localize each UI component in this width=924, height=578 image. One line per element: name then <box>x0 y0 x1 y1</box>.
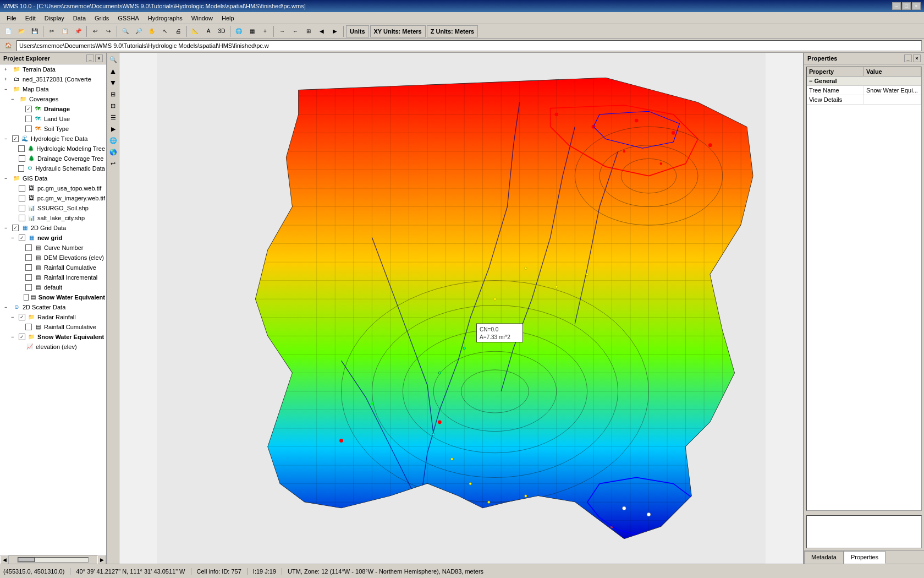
toggle-radar-rainfall[interactable]: − <box>11 313 18 321</box>
tree-2d-grid[interactable]: − ▦ 2D Grid Data <box>0 223 106 233</box>
lt-grid2[interactable]: ⊟ <box>108 100 119 111</box>
tb-plus[interactable]: + <box>259 25 271 37</box>
tb-pan[interactable]: ✋ <box>146 25 158 37</box>
scroll-track[interactable] <box>18 557 89 563</box>
tree-hydraulic[interactable]: ⚙ Hydraulic Schematic Data <box>0 163 106 173</box>
toggle-coverages[interactable]: − <box>11 95 18 103</box>
chk-radar-rainfall[interactable] <box>19 314 25 320</box>
tree-drainage[interactable]: 🗺 Drainage <box>0 104 106 114</box>
menu-edit[interactable]: Edit <box>21 14 40 23</box>
pe-scrollbar-h[interactable]: ◀ ▶ <box>0 555 106 564</box>
tree-hydro-data[interactable]: − 🌊 Hydrologic Tree Data <box>0 134 106 144</box>
tb-addr-icon[interactable]: 🏠 <box>2 40 14 52</box>
tb-new[interactable]: 📄 <box>2 25 14 37</box>
tree-drainage-cov[interactable]: 🌲 Drainage Coverage Tree <box>0 154 106 163</box>
tb-paste[interactable]: 📌 <box>72 25 84 37</box>
lt-cursor[interactable]: ↩ <box>108 158 119 169</box>
toggle-2d-scatter[interactable]: − <box>4 303 11 312</box>
chk-slc[interactable] <box>19 215 25 221</box>
tb-fit[interactable]: ⊞ <box>302 25 315 37</box>
tb-label[interactable]: A <box>202 25 215 37</box>
xy-units-button[interactable]: XY Units: Meters <box>370 25 426 37</box>
menu-grids[interactable]: Grids <box>90 14 113 23</box>
menu-file[interactable]: File <box>2 14 21 23</box>
props-close[interactable]: × <box>913 54 921 62</box>
lt-grid1[interactable]: ⊞ <box>108 89 119 100</box>
tree-rainfall-cum[interactable]: ▤ Rainfall Cumulative <box>0 263 106 272</box>
toggle-terrain[interactable]: + <box>4 65 11 74</box>
chk-imagery[interactable] <box>19 195 25 201</box>
tree-rainfall-cum2[interactable]: ▤ Rainfall Cumulative <box>0 322 106 332</box>
menu-display[interactable]: Display <box>40 14 69 23</box>
tb-zoom-out[interactable]: 🔎 <box>133 25 145 37</box>
tree-ssurgo[interactable]: 📊 SSURGO_Soil.shp <box>0 203 106 213</box>
tb-undo[interactable]: ↩ <box>89 25 101 37</box>
chk-hydro-model[interactable] <box>18 145 25 152</box>
chk-2d-grid[interactable] <box>12 225 19 231</box>
scroll-left[interactable]: ◀ <box>0 555 9 564</box>
lt-grid3[interactable]: ☰ <box>108 112 119 123</box>
tree-land-use[interactable]: 🗺 Land Use <box>0 114 106 124</box>
chk-ssurgo[interactable] <box>19 205 25 211</box>
tb-open[interactable]: 📂 <box>15 25 28 37</box>
tb-redo[interactable]: ↪ <box>102 25 114 37</box>
pe-close[interactable]: × <box>95 54 103 62</box>
tb-measure[interactable]: 📐 <box>189 25 201 37</box>
chk-drainage[interactable] <box>25 106 32 112</box>
tb-zoom-in[interactable]: 🔍 <box>119 25 131 37</box>
toggle-swe-scatter[interactable]: − <box>11 332 18 341</box>
tree-default[interactable]: ▤ default <box>0 282 106 292</box>
lt-globe[interactable]: 🌐 <box>108 135 119 146</box>
chk-drainage-cov[interactable] <box>19 155 25 162</box>
maximize-button[interactable]: □ <box>902 2 911 10</box>
minimize-button[interactable]: − <box>892 2 901 10</box>
lt-down[interactable]: ▼ <box>108 77 119 88</box>
chk-soil-type[interactable] <box>25 126 32 132</box>
tab-properties[interactable]: Properties <box>844 551 886 564</box>
units-button[interactable]: Units <box>346 25 369 37</box>
chk-land-use[interactable] <box>25 116 32 122</box>
scroll-thumb[interactable] <box>18 558 35 562</box>
chk-rainfall-inc[interactable] <box>25 274 32 281</box>
lt-zoom[interactable]: 🔍 <box>108 54 119 65</box>
tree-hydro-model[interactable]: 🌲 Hydrologic Modeling Tree <box>0 144 106 154</box>
scroll-right[interactable]: ▶ <box>97 555 106 564</box>
toggle-hydro-data[interactable]: − <box>4 134 11 143</box>
menu-window[interactable]: Window <box>187 14 217 23</box>
props-row-view-details[interactable]: View Details <box>807 95 921 105</box>
chk-default[interactable] <box>25 284 32 291</box>
tb-select[interactable]: ↖ <box>159 25 171 37</box>
tree-elevation[interactable]: 📈 elevation (elev) <box>0 342 106 352</box>
toggle-gis-data[interactable]: − <box>4 174 11 183</box>
toggle-new-grid[interactable]: − <box>11 233 18 242</box>
chk-hydraulic[interactable] <box>18 165 24 172</box>
map-area[interactable]: CN=0.0 A=7.33 mi^2 <box>119 53 803 564</box>
toggle-2d-grid[interactable]: − <box>4 223 11 232</box>
address-bar[interactable]: Users\csmemoe\Documents\WMS 9.0\Tutorial… <box>16 40 922 51</box>
chk-new-grid[interactable] <box>19 235 25 241</box>
tb-layers[interactable]: ▦ <box>246 25 258 37</box>
props-minimize[interactable]: _ <box>904 54 912 62</box>
tab-metadata[interactable]: Metadata <box>804 551 844 564</box>
tb-next[interactable]: ▶ <box>329 25 341 37</box>
tb-print[interactable]: 🖨 <box>172 25 184 37</box>
tree-rainfall-inc[interactable]: ▤ Rainfall Incremental <box>0 272 106 282</box>
tb-3d[interactable]: 3D <box>216 25 228 37</box>
tree-gis-data[interactable]: − 📁 GIS Data <box>0 173 106 183</box>
tree-slc[interactable]: 📊 salt_lake_city.shp <box>0 213 106 223</box>
tree-dem[interactable]: ▤ DEM Elevations (elev) <box>0 253 106 263</box>
tree-map-data[interactable]: − 📁 Map Data <box>0 84 106 94</box>
chk-rainfall-cum2[interactable] <box>25 324 32 330</box>
tb-arrow1[interactable]: → <box>276 25 288 37</box>
chk-swe-scatter[interactable] <box>19 334 25 340</box>
lt-earth[interactable]: 🌎 <box>108 146 119 157</box>
lt-play[interactable]: ▶ <box>108 123 119 134</box>
tree-topo[interactable]: 🖼 pc.gm_usa_topo.web.tif <box>0 183 106 193</box>
menu-help[interactable]: Help <box>217 14 239 23</box>
tree-soil-type[interactable]: 🗺 Soil Type <box>0 124 106 134</box>
pe-content[interactable]: + 📁 Terrain Data + 🗂 ned_35172081 (Conve… <box>0 64 106 555</box>
tb-save[interactable]: 💾 <box>29 25 41 37</box>
menu-gssha[interactable]: GSSHA <box>113 14 144 23</box>
toggle-map-data[interactable]: − <box>4 85 11 94</box>
chk-curve-number[interactable] <box>25 244 32 251</box>
